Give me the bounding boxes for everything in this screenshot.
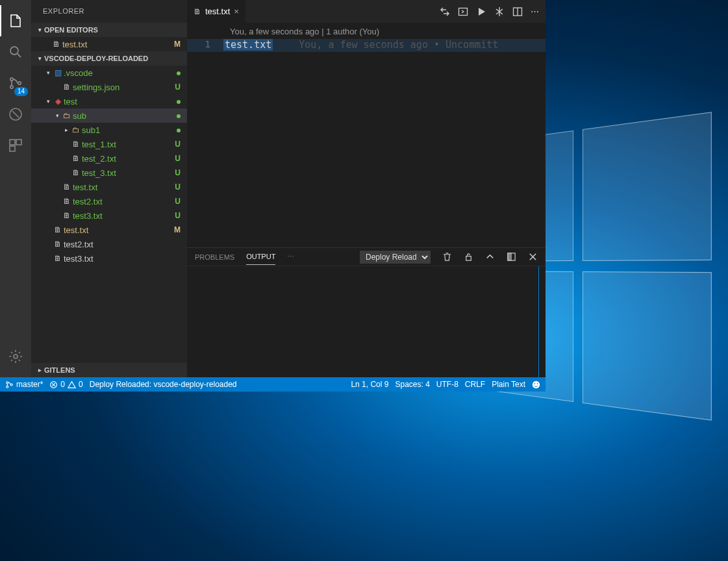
- svg-point-8: [14, 355, 18, 358]
- tree-item-label: test3.txt: [64, 254, 187, 264]
- file-icon: 🗎: [52, 225, 64, 234]
- codelens[interactable]: You, a few seconds ago | 1 author (You): [187, 23, 546, 39]
- git-compare-icon[interactable]: [440, 6, 450, 17]
- file-icon: 🗎: [51, 40, 62, 49]
- git-status-indicator: M: [174, 225, 181, 234]
- status-branch[interactable]: master*: [5, 380, 43, 389]
- file-icon: 🗎: [61, 82, 73, 92]
- status-problems[interactable]: 0 0: [49, 380, 82, 389]
- output-channel-select[interactable]: Deploy Reload: [360, 251, 431, 264]
- tree-item[interactable]: 🗎test.txtU: [31, 180, 187, 194]
- folder-icon: 🗀: [61, 111, 73, 120]
- status-encoding[interactable]: UTF-8: [436, 380, 458, 389]
- tree-item[interactable]: 🗎test3.txtU: [31, 208, 187, 223]
- file-icon: 🗎: [70, 168, 82, 177]
- tree-item-label: .vscode: [64, 68, 187, 78]
- tree-item[interactable]: 🗎test3.txt: [31, 251, 187, 266]
- chevron-down-icon[interactable]: ▾: [53, 112, 61, 119]
- maximize-panel-icon[interactable]: [507, 252, 516, 262]
- panel-tab-problems[interactable]: PROBLEMS: [195, 249, 234, 265]
- tree-item-label: sub: [73, 111, 187, 121]
- svg-point-0: [10, 47, 18, 55]
- chevron-down-icon[interactable]: ▾: [44, 69, 52, 76]
- close-panel-icon[interactable]: [528, 252, 538, 262]
- activity-scm-icon[interactable]: 14: [0, 68, 31, 99]
- tree-item-label: test.txt: [73, 182, 187, 192]
- open-editor-name: test.txt: [62, 40, 187, 49]
- status-spaces[interactable]: Spaces: 4: [395, 380, 429, 389]
- tree-item[interactable]: 🗎test_1.txtU: [31, 137, 187, 151]
- more-actions-icon[interactable]: ⋯: [531, 6, 539, 16]
- file-icon: 🗎: [70, 140, 82, 149]
- tab-filename: test.txt: [205, 6, 230, 16]
- svg-point-18: [533, 380, 540, 388]
- panel-tab-output[interactable]: OUTPUT: [246, 249, 275, 265]
- run-icon[interactable]: [476, 6, 486, 17]
- activity-debug-icon[interactable]: [0, 99, 31, 130]
- chevron-right-icon: ▸: [35, 363, 44, 377]
- tree-item[interactable]: 🗎settings.jsonU: [31, 80, 187, 94]
- tree-item-label: test_1.txt: [82, 140, 187, 149]
- status-lncol[interactable]: Ln 1, Col 9: [351, 380, 388, 389]
- svg-point-20: [537, 383, 538, 384]
- tree-item[interactable]: 🗎test.txtM: [31, 223, 187, 237]
- chevron-down-icon: ▾: [35, 51, 44, 66]
- workspace-label: VSCODE-DEPLOY-RELOADED: [44, 51, 148, 66]
- tree-item[interactable]: ▾▧.vscode: [31, 66, 187, 80]
- file-icon: 🗎: [52, 240, 64, 249]
- status-feedback-icon[interactable]: [532, 380, 540, 389]
- editor-group: 🗎 test.txt × ⋯ You, a few seconds ago | …: [187, 0, 546, 377]
- tree-item[interactable]: ▸🗀sub1: [31, 123, 187, 137]
- split-editor-icon[interactable]: [512, 6, 523, 17]
- panel-chevron-up-icon[interactable]: [485, 252, 495, 262]
- svg-rect-5: [10, 140, 15, 145]
- tree-item[interactable]: 🗎test2.txt: [31, 237, 187, 251]
- scm-badge: 14: [14, 87, 28, 96]
- tree-item-label: sub1: [82, 125, 187, 135]
- tree-item[interactable]: 🗎test2.txtU: [31, 194, 187, 208]
- open-editors-label: OPEN EDITORS: [44, 23, 98, 37]
- inline-blame: You, a few seconds ago • Uncommitt: [299, 39, 498, 51]
- activity-extensions-icon[interactable]: [0, 130, 31, 161]
- diff-icon[interactable]: [494, 6, 505, 17]
- folder-icon: ◆: [52, 97, 64, 106]
- workspace-header[interactable]: ▾ VSCODE-DEPLOY-RELOADED: [31, 51, 187, 66]
- tree-item[interactable]: 🗎test_2.txtU: [31, 151, 187, 166]
- status-deploy[interactable]: Deploy Reloaded: vscode-deploy-reloaded: [90, 380, 237, 389]
- tree-item-label: test2.txt: [64, 240, 187, 249]
- chevron-down-icon[interactable]: ▾: [44, 98, 52, 105]
- git-status-indicator: U: [175, 82, 181, 92]
- open-editors-header[interactable]: ▾ OPEN EDITORS: [31, 23, 187, 37]
- svg-point-14: [6, 381, 8, 383]
- editor-body[interactable]: 1 test.txt You, a few seconds ago • Unco…: [187, 39, 546, 247]
- svg-point-2: [10, 86, 13, 88]
- tree-item[interactable]: 🗎test_3.txtU: [31, 166, 187, 180]
- tree-item[interactable]: ▾◆test: [31, 94, 187, 108]
- git-status-indicator: [177, 97, 181, 106]
- svg-rect-11: [466, 256, 471, 261]
- git-status-indicator: U: [175, 140, 181, 149]
- git-status-indicator: [177, 125, 181, 134]
- editor-tab[interactable]: 🗎 test.txt ×: [187, 0, 246, 23]
- activity-explorer-icon[interactable]: [0, 5, 31, 36]
- status-lang[interactable]: Plain Text: [492, 380, 525, 389]
- tree-item[interactable]: ▾🗀sub: [31, 108, 187, 123]
- activity-settings-icon[interactable]: [0, 341, 31, 372]
- gitlens-header[interactable]: ▸ GITLENS: [31, 363, 187, 377]
- sidebar-title: EXPLORER: [31, 0, 187, 23]
- lock-scroll-icon[interactable]: [464, 252, 473, 262]
- run-in-terminal-icon[interactable]: [458, 6, 468, 17]
- output-body[interactable]: [187, 266, 546, 377]
- panel-more-icon[interactable]: ⋯: [287, 253, 294, 261]
- close-tab-icon[interactable]: ×: [234, 6, 239, 16]
- open-editor-item[interactable]: 🗎 test.txt M: [31, 37, 187, 51]
- explorer-sidebar: EXPLORER ▾ OPEN EDITORS 🗎 test.txt M ▾ V…: [31, 0, 187, 377]
- svg-rect-7: [10, 146, 15, 151]
- activity-search-icon[interactable]: [0, 36, 31, 68]
- status-eol[interactable]: CRLF: [465, 380, 485, 389]
- tree-item-label: test.txt: [64, 225, 187, 235]
- chevron-right-icon[interactable]: ▸: [62, 127, 70, 133]
- panel-scrollbar[interactable]: [538, 266, 539, 377]
- file-icon: 🗎: [194, 7, 201, 16]
- clear-output-icon[interactable]: [442, 252, 452, 262]
